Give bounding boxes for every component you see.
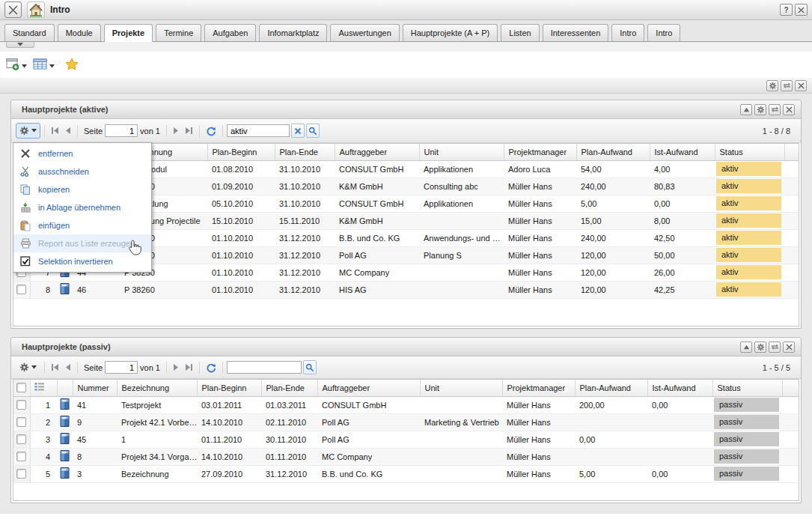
column-header-plan-ende[interactable]: Plan-Ende	[275, 144, 335, 160]
book-icon[interactable]	[57, 413, 73, 431]
row-checkbox[interactable]	[13, 413, 30, 431]
last-page-button[interactable]	[182, 363, 195, 371]
menu-item-cut[interactable]: ausschneiden	[13, 163, 151, 180]
prev-page-button[interactable]	[62, 363, 73, 371]
cell: MC Company	[335, 264, 419, 281]
gear-icon[interactable]	[754, 342, 766, 353]
column-header-status[interactable]: Status	[712, 380, 782, 396]
new-window-button[interactable]	[6, 58, 27, 72]
menu-item-label: Selektion invertieren	[38, 257, 113, 266]
tab-interessenten[interactable]: Interessenten	[543, 24, 609, 41]
row-checkbox[interactable]	[13, 281, 30, 298]
collapse-icon[interactable]	[740, 342, 752, 353]
column-header-bezeichnung[interactable]: Bezeichnung	[117, 380, 197, 396]
grid-view-button[interactable]	[33, 58, 55, 71]
book-icon[interactable]	[57, 448, 73, 465]
next-page-button[interactable]	[171, 127, 182, 135]
refresh-icon[interactable]	[769, 104, 781, 115]
search-input[interactable]	[227, 361, 302, 374]
favorite-star-icon[interactable]	[65, 58, 79, 72]
help-button[interactable]: ?	[780, 4, 793, 16]
column-header-projektmanager[interactable]: Projektmanager	[502, 380, 575, 396]
close-icon[interactable]	[783, 342, 795, 353]
gear-icon[interactable]	[766, 80, 778, 91]
select-all-checkbox[interactable]	[13, 380, 30, 396]
search-button[interactable]	[303, 360, 317, 374]
refresh-icon[interactable]	[769, 342, 781, 353]
column-header-plan-beginn[interactable]: Plan-Beginn	[197, 380, 261, 396]
column-header-plan-aufwand[interactable]: Plan-Aufwand	[576, 144, 650, 160]
home-icon[interactable]	[27, 1, 45, 18]
prev-page-button[interactable]	[62, 127, 73, 135]
next-page-button[interactable]	[171, 363, 182, 371]
column-header-ist-aufwand[interactable]: Ist-Aufwand	[647, 380, 712, 396]
tab-module[interactable]: Module	[58, 24, 101, 41]
gear-icon[interactable]	[754, 104, 766, 115]
page-of-label: von 1	[138, 363, 162, 372]
tab-projekte[interactable]: Projekte	[104, 24, 153, 42]
table-row[interactable]: 141Testprojekt03.01.201101.03.2011CONSUL…	[13, 396, 799, 413]
grid-toolbar: Seite von 1 1 - 5 / 5	[11, 356, 801, 379]
row-checkbox[interactable]	[13, 431, 30, 448]
tab-intro[interactable]: Intro	[611, 24, 644, 41]
column-header-plan-beginn[interactable]: Plan-Beginn	[207, 144, 275, 160]
page-input[interactable]	[105, 361, 138, 374]
panel-header[interactable]: Hauptprojekte (passiv)	[11, 338, 801, 356]
menu-item-paste[interactable]: einfügen	[13, 216, 151, 234]
column-header-nummer[interactable]: Nummer	[73, 380, 117, 396]
column-header-plan-ende[interactable]: Plan-Ende	[261, 380, 317, 396]
menu-item-copy[interactable]: kopieren	[13, 180, 151, 198]
column-header-unit[interactable]: Unit	[420, 380, 502, 396]
refresh-icon[interactable]	[781, 80, 793, 91]
clear-search-button[interactable]	[291, 124, 305, 138]
first-page-button[interactable]	[49, 127, 62, 135]
window-close-button[interactable]	[4, 1, 22, 18]
book-icon[interactable]	[57, 396, 73, 413]
table-row[interactable]: 48Projekt 34.1 Vorga…14.10.201001.11.201…	[13, 448, 799, 465]
column-header-auftraggeber[interactable]: Auftraggeber	[317, 380, 420, 396]
collapse-icon[interactable]	[740, 104, 752, 115]
tab-aufgaben[interactable]: Aufgaben	[204, 24, 256, 41]
row-checkbox[interactable]	[13, 448, 30, 465]
collapse-handle[interactable]	[6, 42, 34, 48]
tab-intro[interactable]: Intro	[647, 24, 680, 41]
tab-infomarktplatz[interactable]: Infomarktplatz	[259, 24, 327, 41]
close-icon[interactable]	[783, 104, 795, 115]
first-page-button[interactable]	[49, 363, 62, 371]
tab-hauptprojekte-a-p[interactable]: Hauptprojekte (A + P)	[403, 24, 498, 41]
tab-termine[interactable]: Termine	[156, 24, 201, 41]
search-button[interactable]	[306, 124, 320, 138]
refresh-icon[interactable]	[204, 362, 219, 373]
close-button[interactable]	[795, 4, 808, 16]
table-row[interactable]: 53Bezeichnung27.09.201031.12.2010B.B. un…	[13, 465, 799, 482]
row-checkbox[interactable]	[13, 396, 30, 413]
column-header-plan-aufwand[interactable]: Plan-Aufwand	[575, 380, 647, 396]
book-icon[interactable]	[57, 431, 73, 448]
tab-standard[interactable]: Standard	[4, 24, 55, 41]
table-row[interactable]: 29Projekt 42.1 Vorbe…14.10.201002.11.201…	[13, 413, 799, 431]
page-input[interactable]	[105, 124, 138, 137]
column-header-ist-aufwand[interactable]: Ist-Aufwand	[650, 144, 715, 160]
menu-item-remove[interactable]: entfernen	[13, 145, 151, 163]
column-header-projektmanager[interactable]: Projektmanager	[504, 144, 576, 160]
row-checkbox[interactable]	[13, 465, 30, 482]
book-icon[interactable]	[57, 281, 73, 298]
column-header-status[interactable]: Status	[715, 144, 784, 160]
table-row[interactable]: 345101.11.201030.11.2010Poll AGMüller Ha…	[13, 431, 799, 448]
tab-auswertungen[interactable]: Auswertungen	[330, 24, 399, 41]
column-header-unit[interactable]: Unit	[419, 144, 504, 160]
menu-item-ablage[interactable]: in Ablage übernehmen	[13, 198, 151, 216]
book-icon[interactable]	[57, 465, 73, 482]
row-number-sort-icon[interactable]	[30, 380, 57, 396]
grid-menu-button[interactable]	[16, 123, 40, 139]
table-row[interactable]: 846P 3826001.10.201031.12.2010HIS AGMüll…	[13, 281, 799, 298]
panel-header[interactable]: Hauptprojekte (aktive)	[11, 100, 801, 119]
close-icon[interactable]	[795, 80, 807, 91]
cell	[647, 431, 712, 448]
refresh-icon[interactable]	[204, 126, 219, 136]
tab-listen[interactable]: Listen	[501, 24, 539, 41]
last-page-button[interactable]	[182, 127, 195, 135]
grid-menu-button[interactable]	[16, 359, 40, 375]
column-header-auftraggeber[interactable]: Auftraggeber	[335, 144, 419, 160]
search-input[interactable]	[227, 124, 290, 137]
